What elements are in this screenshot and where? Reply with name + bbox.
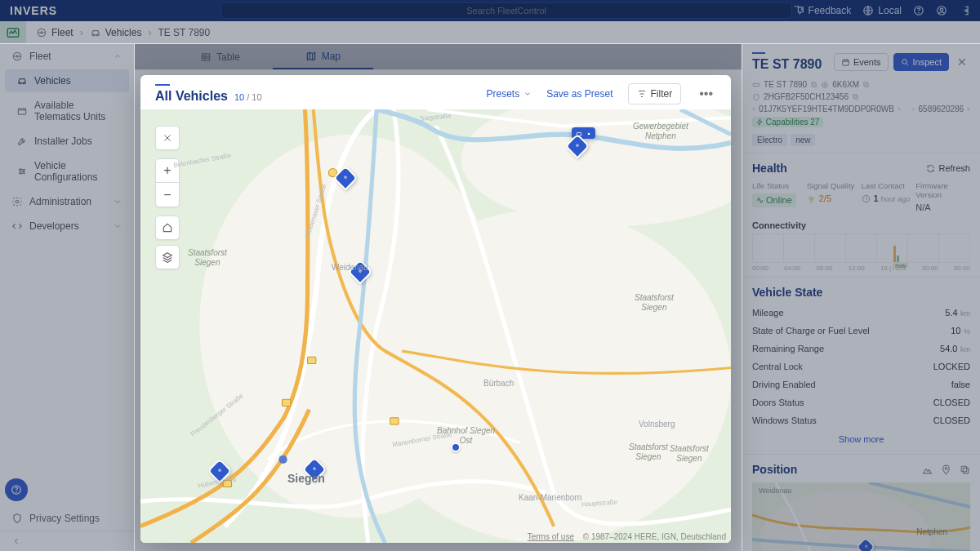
connectivity-label: Connectivity bbox=[752, 220, 970, 230]
chevron-up-icon bbox=[113, 51, 122, 61]
wrench-icon bbox=[16, 136, 28, 147]
pin-icon bbox=[941, 464, 951, 475]
zoom-out-button[interactable]: − bbox=[155, 183, 180, 207]
presets-dropdown[interactable]: Presets bbox=[486, 88, 532, 100]
tag[interactable]: Electro bbox=[752, 134, 787, 146]
sidebar-section-developers[interactable]: Developers bbox=[0, 214, 134, 238]
locale-button[interactable]: Local bbox=[862, 5, 902, 16]
barcode-icon bbox=[752, 93, 760, 101]
svg-rect-48 bbox=[854, 96, 858, 100]
state-row: Remaining Range54.0 km bbox=[752, 340, 970, 358]
svg-point-15 bbox=[20, 169, 21, 171]
sidebar-item-atu[interactable]: Available Telematics Units bbox=[5, 94, 129, 128]
connectivity-chart[interactable]: now bbox=[752, 233, 970, 263]
refresh-button[interactable]: Refresh bbox=[926, 163, 970, 173]
satellite-view-button[interactable] bbox=[922, 464, 933, 475]
svg-rect-51 bbox=[898, 108, 900, 109]
state-value: 54.0 km bbox=[940, 344, 970, 353]
show-more-button[interactable]: Show more bbox=[752, 429, 970, 449]
terms-link[interactable]: Terms of use bbox=[528, 532, 574, 541]
events-button[interactable]: Events bbox=[834, 53, 889, 71]
tag[interactable]: new bbox=[791, 134, 815, 146]
sidebar-item-jobs[interactable]: Installer Jobs bbox=[5, 130, 129, 153]
pin-icon bbox=[586, 131, 592, 137]
vehicle-title: TE ST 7890 bbox=[752, 57, 822, 72]
state-value: false bbox=[951, 380, 970, 389]
sidebar-section-admin[interactable]: Administration bbox=[0, 189, 134, 214]
save-preset-button[interactable]: Save as Preset bbox=[546, 88, 612, 100]
breadcrumb-vehicles[interactable]: Vehicles bbox=[90, 27, 142, 38]
vehicle-state-section: Vehicle State Mileage5.4 kmState of Char… bbox=[742, 277, 980, 454]
main-content: Table Map All Vehicles 10 / 10 bbox=[135, 44, 742, 551]
sidebar-item-configs[interactable]: Vehicle Configurations bbox=[5, 154, 129, 189]
filter-button[interactable]: Filter bbox=[628, 83, 682, 104]
map-label: Netphen bbox=[916, 527, 947, 536]
accent-bar bbox=[155, 84, 170, 86]
brand-badge[interactable] bbox=[0, 21, 26, 44]
map-label: Gewerbegebiet Netphen bbox=[633, 122, 688, 141]
global-search[interactable] bbox=[220, 2, 792, 19]
svg-rect-52 bbox=[968, 109, 969, 110]
locate-button[interactable] bbox=[941, 464, 951, 475]
map-canvas[interactable]: + − bbox=[140, 109, 731, 543]
map-label: Volnsberg bbox=[639, 420, 675, 429]
home-icon bbox=[162, 222, 173, 233]
home-button[interactable] bbox=[155, 216, 180, 240]
map-label: Staatsforst Siegen bbox=[670, 444, 709, 464]
sidebar-collapse[interactable] bbox=[0, 531, 134, 551]
calendar-icon bbox=[841, 58, 850, 67]
svg-rect-39 bbox=[843, 60, 849, 65]
mini-map[interactable]: Weidenau Netphen bbox=[752, 482, 970, 551]
layers-button[interactable] bbox=[155, 245, 180, 269]
gear-icon bbox=[11, 196, 23, 207]
svg-point-32 bbox=[278, 455, 287, 464]
help-icon[interactable] bbox=[913, 5, 924, 16]
map-label: Siegen bbox=[287, 472, 325, 485]
svg-point-18 bbox=[16, 200, 19, 203]
breadcrumb-fleet[interactable]: Fleet bbox=[36, 27, 74, 38]
svg-rect-41 bbox=[753, 83, 760, 86]
steering-icon bbox=[11, 51, 23, 62]
inspect-button[interactable]: Inspect bbox=[893, 53, 949, 71]
copy-icon[interactable] bbox=[810, 81, 817, 88]
modal-header: All Vehicles 10 / 10 Presets Save as Pre… bbox=[140, 75, 731, 109]
sidebar-item-vehicles[interactable]: Vehicles bbox=[5, 69, 129, 92]
map-label: Weidenau bbox=[759, 487, 791, 495]
close-panel-button[interactable]: ✕ bbox=[954, 54, 970, 70]
svg-point-45 bbox=[822, 82, 828, 87]
state-value: LOCKED bbox=[933, 362, 970, 371]
svg-point-11 bbox=[16, 56, 18, 57]
pin-icon bbox=[341, 174, 350, 182]
svg-point-16 bbox=[23, 171, 24, 172]
copy-icon[interactable] bbox=[862, 81, 870, 88]
map-close-button[interactable] bbox=[155, 126, 180, 150]
sidebar-privacy[interactable]: Privacy Settings bbox=[0, 506, 134, 531]
sidebar-section-fleet[interactable]: Fleet bbox=[0, 44, 134, 69]
map-attribution: Terms of use © 1987–2024 HERE, IGN, Deut… bbox=[528, 532, 726, 541]
copy-icon[interactable] bbox=[898, 105, 901, 113]
chip-icon bbox=[821, 81, 829, 89]
capabilities-badge[interactable]: Capabilities 27 bbox=[752, 117, 823, 127]
map-label: Kaan-Marienborn bbox=[519, 493, 581, 502]
firmware-value: N/A bbox=[915, 202, 970, 212]
svg-point-56 bbox=[945, 467, 947, 469]
copy-icon[interactable] bbox=[967, 105, 970, 113]
state-row: Doors StatusCLOSED bbox=[752, 393, 970, 411]
copy-position-button[interactable] bbox=[960, 464, 970, 475]
user-icon[interactable] bbox=[936, 5, 947, 16]
more-button[interactable]: ••• bbox=[696, 87, 716, 101]
svg-rect-57 bbox=[963, 468, 969, 473]
breadcrumb-bar: Fleet › Vehicles › TE ST 7890 bbox=[0, 21, 980, 44]
search-input[interactable] bbox=[220, 2, 792, 19]
state-label: Remaining Range bbox=[752, 344, 824, 353]
chevron-down-icon bbox=[113, 221, 122, 231]
svg-point-38 bbox=[219, 469, 221, 472]
svg-rect-42 bbox=[813, 83, 817, 87]
copy-icon[interactable] bbox=[852, 93, 859, 100]
feedback-button[interactable]: Feedback bbox=[793, 5, 852, 16]
chevron-right-icon: › bbox=[148, 27, 151, 38]
accent-bar bbox=[752, 52, 765, 54]
help-chat-button[interactable] bbox=[5, 478, 28, 501]
map-label: Staatsforst Siegen bbox=[188, 248, 227, 268]
logout-icon[interactable] bbox=[959, 5, 970, 16]
